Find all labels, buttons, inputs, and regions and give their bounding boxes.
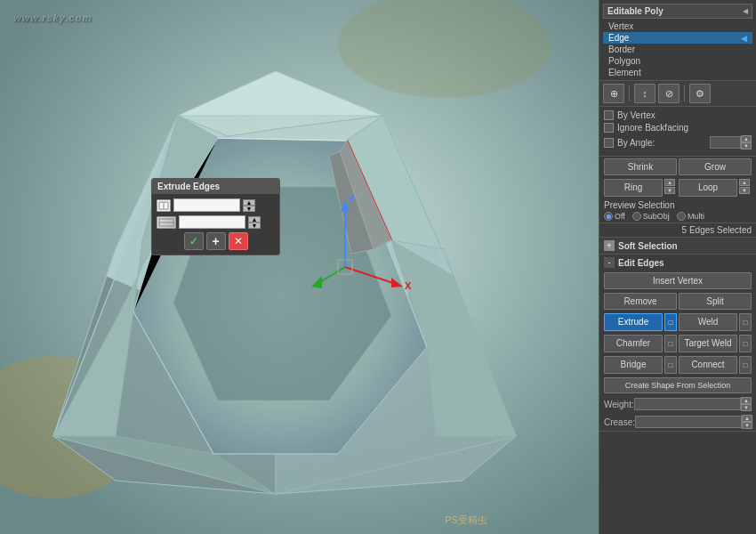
by-angle-row: By Angle: 45.0 ▲ ▼	[604, 135, 752, 150]
by-angle-down[interactable]: ▼	[741, 142, 752, 150]
subobj-element[interactable]: Element	[603, 67, 752, 78]
pin-button[interactable]: ⊕	[603, 84, 624, 103]
move-button[interactable]: ↕	[634, 84, 655, 103]
chamfer-targetweld-row: Chamfer □ Target Weld □	[599, 333, 756, 354]
svg-text:PS受精虫: PS受精虫	[445, 514, 487, 525]
crease-up[interactable]: ▲	[742, 415, 752, 422]
height-down-arrow[interactable]: ▼	[243, 206, 255, 212]
by-angle-up[interactable]: ▲	[741, 135, 752, 142]
by-angle-arrows: ▲ ▼	[741, 135, 752, 150]
soft-sel-expand-icon: +	[604, 240, 615, 251]
loop-down[interactable]: ▼	[739, 187, 750, 194]
ignore-backfacing-checkbox[interactable]	[604, 123, 614, 133]
toolbar-sep1	[629, 85, 630, 101]
by-vertex-checkbox[interactable]	[604, 110, 614, 120]
subobj-edge[interactable]: Edge ◀	[603, 32, 752, 44]
viewport-svg: Z X PS受精虫	[0, 0, 599, 534]
preview-multi[interactable]: Multi	[677, 212, 704, 221]
svg-text:X: X	[405, 280, 412, 291]
target-weld-settings-button[interactable]: □	[739, 335, 752, 352]
poly-header-arrow: ◀	[743, 7, 748, 15]
extrude-add-button[interactable]: +	[206, 232, 226, 250]
preview-section: Preview Selection Off SubObj Multi	[599, 198, 756, 223]
ring-button[interactable]: Ring	[604, 179, 663, 197]
remove-button[interactable]: Remove	[604, 293, 677, 310]
subobj-vertex[interactable]: Vertex	[603, 20, 752, 32]
extrude-dialog-content: 2.878mm ▲ ▼ 16.395mm ▲ ▼	[152, 194, 279, 255]
extrude-width-spinner[interactable]: ▲ ▼	[248, 216, 261, 229]
connect-settings-button[interactable]: □	[739, 356, 752, 374]
loop-up[interactable]: ▲	[739, 179, 750, 186]
shrink-grow-row: Shrink Grow	[599, 157, 756, 177]
panel-scroll[interactable]: By Vertex Ignore Backfacing By Angle: 45…	[599, 107, 756, 534]
extrude-ok-button[interactable]: ✓	[184, 232, 204, 250]
extrude-height-icon	[157, 199, 171, 212]
width-down-arrow[interactable]: ▼	[248, 222, 261, 229]
preview-radio-row: Off SubObj Multi	[604, 212, 752, 221]
loop-arrows: ▲ ▼	[739, 179, 752, 197]
by-vertex-row: By Vertex	[604, 110, 752, 120]
extrude-cancel-button[interactable]: ✕	[229, 232, 248, 250]
target-weld-button[interactable]: Target Weld	[679, 335, 737, 352]
create-shape-row: Create Shape From Selection	[599, 376, 756, 395]
extrude-width-row: 16.395mm ▲ ▼	[157, 215, 275, 229]
extrude-weld-row: Extrude □ Weld □	[599, 312, 756, 333]
split-button[interactable]: Split	[679, 293, 752, 310]
insert-vertex-button[interactable]: Insert Vertex	[604, 272, 752, 289]
extrude-height-input[interactable]: 2.878mm	[173, 198, 240, 212]
subobj-radio-dot	[632, 212, 641, 221]
status-text: 5 Edges Selected	[599, 223, 756, 238]
weld-button[interactable]: Weld	[679, 313, 737, 331]
ring-up[interactable]: ▲	[664, 179, 675, 186]
crease-input[interactable]: 0.0	[635, 416, 742, 428]
watermark: www.rsky.com	[13, 11, 92, 24]
crease-arrows: ▲ ▼	[742, 415, 752, 429]
weight-input[interactable]: 1.0	[634, 398, 741, 410]
edit-edges-header[interactable]: - Edit Edges	[599, 255, 756, 271]
bridge-settings-button[interactable]: □	[664, 356, 677, 374]
weight-down[interactable]: ▼	[741, 404, 752, 411]
preview-subobj[interactable]: SubObj	[632, 212, 670, 221]
extrude-settings-button[interactable]: □	[664, 313, 677, 331]
preview-off[interactable]: Off	[604, 212, 625, 221]
app: www.rsky.com	[0, 0, 756, 534]
off-radio-dot	[604, 212, 613, 221]
create-shape-button[interactable]: Create Shape From Selection	[604, 377, 752, 393]
connect-button[interactable]: Connect	[679, 356, 737, 374]
by-angle-spinner: 45.0 ▲ ▼	[710, 135, 752, 150]
options-section: By Vertex Ignore Backfacing By Angle: 45…	[599, 107, 756, 157]
subobj-panel: Editable Poly ◀ Vertex Edge ◀ Border Pol…	[599, 0, 756, 80]
soft-selection-header[interactable]: + Soft Selection	[599, 238, 756, 254]
subobj-polygon[interactable]: Polygon	[603, 55, 752, 67]
extrude-button[interactable]: Extrude	[604, 313, 663, 331]
subobj-border[interactable]: Border	[603, 44, 752, 55]
chamfer-button[interactable]: Chamfer	[604, 335, 663, 352]
weight-row: Weight: 1.0 ▲ ▼	[599, 395, 756, 413]
weld-settings-button[interactable]: □	[739, 313, 752, 331]
height-up-arrow[interactable]: ▲	[243, 199, 255, 206]
svg-text:Z: Z	[349, 194, 355, 205]
weight-up[interactable]: ▲	[741, 397, 752, 404]
editable-poly-header[interactable]: Editable Poly ◀	[603, 4, 752, 19]
shrink-button[interactable]: Shrink	[604, 158, 677, 175]
bridge-button[interactable]: Bridge	[604, 356, 663, 374]
viewport: www.rsky.com	[0, 0, 599, 534]
extrude-height-row: 2.878mm ▲ ▼	[157, 198, 275, 212]
by-angle-input[interactable]: 45.0	[710, 136, 741, 149]
extrude-width-input[interactable]: 16.395mm	[179, 215, 245, 229]
toolbar-row: ⊕ ↕ ⊘ ⚙	[599, 80, 756, 107]
ignore-backfacing-row: Ignore Backfacing	[604, 123, 752, 133]
extrude-dialog: Extrude Edges 2.878mm ▲ ▼	[151, 178, 280, 255]
crease-down[interactable]: ▼	[742, 422, 752, 429]
grow-button[interactable]: Grow	[679, 158, 752, 175]
settings-button[interactable]: ⚙	[689, 84, 711, 103]
extrude-width-icon	[157, 216, 176, 229]
select-button[interactable]: ⊘	[658, 84, 680, 103]
by-angle-checkbox[interactable]	[604, 138, 614, 148]
extrude-action-buttons: ✓ + ✕	[157, 232, 275, 250]
extrude-height-spinner[interactable]: ▲ ▼	[243, 199, 255, 212]
chamfer-settings-button[interactable]: □	[664, 335, 677, 352]
ring-down[interactable]: ▼	[664, 187, 675, 194]
loop-button[interactable]: Loop	[679, 179, 737, 197]
width-up-arrow[interactable]: ▲	[248, 216, 261, 222]
